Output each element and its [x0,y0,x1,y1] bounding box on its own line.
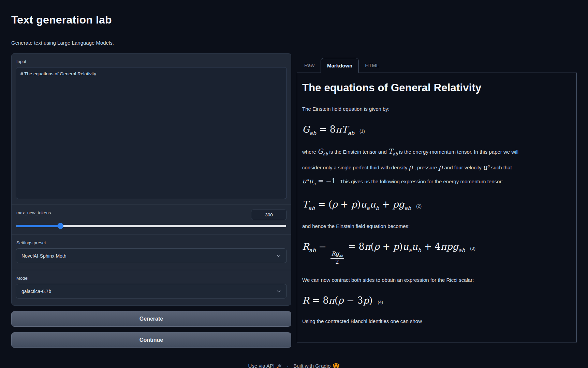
math-run: p [363,295,369,306]
preset-section: Settings preset NovelAI-Sphinx Moth [12,234,291,270]
paragraph: We can now contract both sides to obtain… [302,274,569,286]
text-run: where [302,149,318,155]
paragraph: where Gab is the Einstein tensor and Tab… [302,145,569,190]
math-run: ρ [409,163,413,171]
equation-number: (2) [416,203,422,209]
markdown-output-panel: The equations of General Relativity The … [297,73,577,342]
math-run: 2 [335,259,339,265]
paragraph: Using the contracted Bianchi identities … [302,315,569,327]
settings-preset-dropdown[interactable]: NovelAI-Sphinx Moth [16,248,287,263]
display-equation: R = 8π(ρ − 3p)(4) [302,295,569,306]
math-run: π [441,241,447,252]
model-label: Model [16,276,287,281]
max-new-tokens-number-input[interactable] [251,210,287,220]
math-run: + 4 [421,241,441,252]
paragraph-line: consider only a single perfect fluid wit… [302,160,569,173]
math-run: ua [361,199,370,210]
math-run: Gab [318,147,328,155]
chevron-down-icon [276,288,282,294]
math-run: − [316,241,329,252]
gradio-logo-icon [333,363,340,368]
math-run: ub [412,241,421,252]
math-run: + [338,199,351,210]
math-run: p [351,199,357,210]
math-run: p [446,241,452,252]
math-run: = ( [315,199,332,210]
paragraph-line: uaua = −1 . This gives us the following … [302,174,569,190]
slider-fill [16,225,60,227]
display-equation: Gab = 8πTab(1) [302,124,569,136]
math-run: − 3 [343,295,363,306]
max-new-tokens-label: max_new_tokens [16,210,51,215]
slider-handle[interactable] [57,223,63,229]
left-column: Input # The equations of General Relativ… [11,53,291,348]
text-run: is the Einstein tensor and [328,149,388,155]
display-equation: Tab = (ρ + p)uaub + pgab(2) [302,199,569,211]
text-run: and hence the Einstein field equation be… [302,223,410,229]
text-run: . This gives us the following expression… [336,179,503,184]
text-run: We can now contract both sides to obtain… [302,277,474,283]
paragraph-line: Using the contracted Bianchi identities … [302,315,569,327]
plug-icon [277,363,282,368]
built-with-gradio-label: Built with Gradio [293,363,330,368]
model-section: Model galactica-6.7b [12,270,291,305]
math-run: ( [335,295,338,306]
math-run: Gab [302,124,316,135]
text-run: is the energy-momentum tensor. In this p… [398,149,518,155]
paragraph: The Einstein field equation is given by: [302,103,569,115]
math-run: p [393,199,398,210]
math-run: π [328,295,335,306]
generate-button[interactable]: Generate [11,311,291,327]
math-run: ua [302,177,309,185]
input-section: Input # The equations of General Relativ… [12,53,291,204]
math-run: + [380,241,393,252]
use-via-api-label: Use via API [248,363,275,368]
footer: Use via API · Built with Gradio [11,363,577,368]
math-run: ub [370,199,379,210]
settings-preset-label: Settings preset [16,240,287,245]
math-run: ua [309,177,316,185]
use-via-api-link[interactable]: Use via API [248,363,282,368]
math-run: p [393,241,399,252]
page-title: Text generation lab [11,0,577,26]
math-run: Tab [342,124,354,135]
paragraph-line: and hence the Einstein field equation be… [302,220,569,232]
model-dropdown[interactable]: galactica-6.7b [16,284,287,298]
tab-markdown[interactable]: Markdown [321,58,359,73]
math-run: ) [369,295,373,306]
text-run: Using the contracted Bianchi identities … [302,318,422,324]
input-textarea[interactable]: # The equations of General Relativity [16,67,287,199]
built-with-gradio-link[interactable]: Built with Gradio [293,363,340,368]
paragraph-line: where Gab is the Einstein tensor and Tab… [302,145,569,160]
math-run: ρ [374,241,380,252]
math-run: π [336,124,342,135]
chevron-down-icon [276,253,282,259]
app-page: Text generation lab Generate text using … [0,0,588,368]
math-run: R [332,250,336,257]
max-new-tokens-slider[interactable] [16,223,286,229]
right-column: Raw Markdown HTML The equations of Gener… [297,53,577,342]
math-run: Rab [302,241,316,252]
math-run: ) [357,199,361,210]
math-run: ρ [332,199,338,210]
display-equation: Rab − Rgab2 = 8π(ρ + p)uaub + 4πpgab(3) [302,241,569,265]
math-run: = −1 [316,177,336,185]
text-run: , pressure [413,165,438,171]
text-run: such that [490,165,512,171]
tab-raw[interactable]: Raw [298,58,321,73]
text-run: The Einstein field equation is given by: [302,106,389,112]
math-run: Tab [388,147,398,155]
continue-button[interactable]: Continue [11,332,291,348]
math-run: gab [336,250,343,257]
math-run: ( [370,241,374,252]
page-subtitle: Generate text using Large Language Model… [11,40,577,46]
input-label: Input [16,59,287,64]
paragraph: and hence the Einstein field equation be… [302,220,569,232]
math-fraction: Rgab2 [330,251,344,265]
tab-html[interactable]: HTML [359,58,385,73]
output-tabs: Raw Markdown HTML [297,53,577,73]
paragraph-line: The Einstein field equation is given by: [302,103,569,115]
form-panel: Input # The equations of General Relativ… [11,53,291,306]
equation-number: (3) [470,246,475,251]
math-run: ) [399,241,403,252]
